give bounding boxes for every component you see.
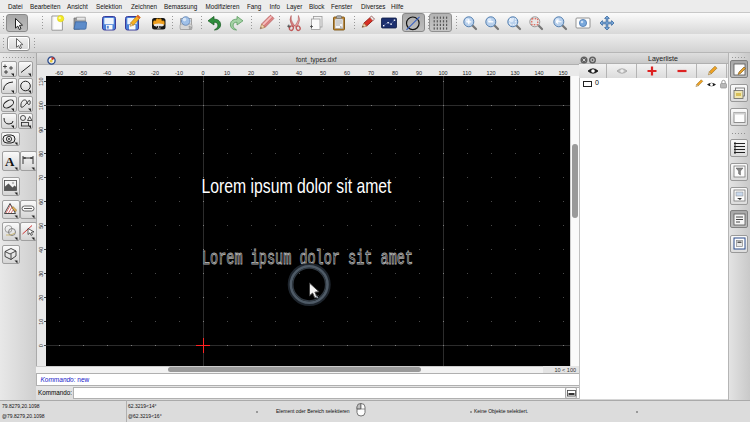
svg-text:110: 110 bbox=[38, 77, 44, 86]
svg-text:100: 100 bbox=[38, 101, 44, 110]
svg-text:40: 40 bbox=[38, 247, 44, 253]
svg-text:A: A bbox=[5, 153, 15, 168]
svg-text:90: 90 bbox=[38, 127, 44, 133]
svg-text:20: 20 bbox=[38, 295, 44, 301]
svg-text:Lorem ipsum dolor sit amet: Lorem ipsum dolor sit amet bbox=[202, 174, 392, 197]
svg-text:30: 30 bbox=[38, 271, 44, 277]
svg-text:0: 0 bbox=[38, 344, 44, 347]
svg-text:60: 60 bbox=[38, 199, 44, 205]
svg-text:80: 80 bbox=[38, 151, 44, 157]
svg-text:50: 50 bbox=[38, 223, 44, 229]
svg-text:70: 70 bbox=[38, 175, 44, 181]
svg-text:10: 10 bbox=[38, 319, 44, 325]
